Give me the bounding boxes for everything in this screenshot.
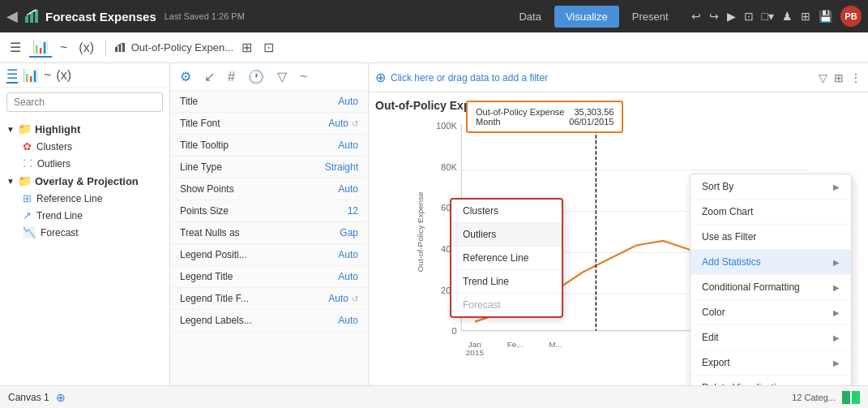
save-status: Last Saved 1:26 PM bbox=[165, 11, 245, 21]
canvas-tab[interactable]: Canvas 1 bbox=[8, 392, 49, 403]
context-color[interactable]: Color ▶ bbox=[691, 300, 851, 325]
more-icon[interactable]: ⋮ bbox=[850, 71, 862, 84]
grid-view-icon[interactable]: ⊡ bbox=[260, 38, 277, 57]
formula-icon[interactable]: (x) bbox=[75, 39, 97, 57]
mid-row-title-tooltip: Title Tooltip Auto bbox=[170, 135, 368, 157]
trend-icon[interactable]: ~ bbox=[57, 39, 71, 57]
context-add-statistics[interactable]: Add Statistics ▶ bbox=[691, 250, 851, 275]
mid-tab-settings[interactable]: ⚙ bbox=[177, 67, 195, 86]
filter-bar-text[interactable]: Click here or drag data to add a filter bbox=[391, 72, 548, 84]
data-icon[interactable]: ☰ bbox=[6, 67, 18, 84]
export-label: Export bbox=[702, 357, 730, 368]
highlight-folder-icon: 📁 bbox=[18, 122, 32, 135]
refresh-icon2[interactable]: ↺ bbox=[352, 294, 358, 303]
mid-row-line-type: Line Type Straight bbox=[170, 157, 368, 178]
chart-tooltip: Out-of-Policy Expense 35,303.56 Month 06… bbox=[466, 101, 623, 133]
run-button[interactable]: ▶ bbox=[727, 10, 736, 23]
tilde-icon[interactable]: ~ bbox=[44, 68, 51, 83]
app-icon bbox=[23, 7, 41, 25]
context-delete-viz[interactable]: Delete Visualization bbox=[691, 376, 851, 385]
tab-data[interactable]: Data bbox=[507, 6, 552, 28]
outliers-icon: ⁚ ⁚ bbox=[23, 157, 32, 170]
undo-button[interactable]: ↩ bbox=[691, 10, 701, 23]
tree-item-forecast[interactable]: 📉 Forecast bbox=[0, 224, 169, 241]
tooltip-row1: Out-of-Policy Expense 35,303.56 bbox=[476, 107, 614, 117]
mid-value-title[interactable]: Auto bbox=[338, 96, 358, 107]
export-arrow: ▶ bbox=[833, 359, 840, 367]
mid-tab-layout[interactable]: ↙ bbox=[201, 67, 218, 86]
tree-item-clusters[interactable]: ✿ Clusters bbox=[0, 138, 169, 155]
mid-value-title-font[interactable]: Auto bbox=[328, 118, 348, 129]
mid-value-legend-title[interactable]: Auto bbox=[338, 271, 358, 282]
forecast-icon: 📉 bbox=[23, 226, 36, 238]
mid-tab-number[interactable]: # bbox=[224, 68, 238, 86]
highlight-section: ▼ 📁 Highlight ✿ Clusters ⁚ ⁚ Outliers bbox=[0, 120, 169, 172]
mid-tab-filter[interactable]: ▽ bbox=[274, 67, 290, 86]
context-edit[interactable]: Edit ▶ bbox=[691, 325, 851, 350]
svg-text:Out-of-Policy Expense: Out-of-Policy Expense bbox=[416, 191, 425, 272]
tooltip-row2: Month 06/01/2015 bbox=[476, 117, 614, 127]
mid-value-title-tooltip[interactable]: Auto bbox=[338, 140, 358, 151]
settings-icon[interactable]: ⊞ bbox=[834, 71, 844, 84]
outliers-label: Outliers bbox=[37, 158, 71, 170]
paren-icon[interactable]: (x) bbox=[56, 68, 71, 83]
refresh-icon[interactable]: ↺ bbox=[352, 119, 358, 128]
context-conditional-formatting[interactable]: Conditional Formatting ▶ bbox=[691, 275, 851, 300]
mid-value-legend-pos[interactable]: Auto bbox=[338, 249, 358, 260]
tree-item-trend-line[interactable]: ↗ Trend Line bbox=[0, 207, 169, 224]
svg-rect-1 bbox=[30, 13, 33, 23]
table-view-icon[interactable]: ⊞ bbox=[238, 38, 255, 57]
redo-button[interactable]: ↪ bbox=[709, 10, 719, 23]
stats-item-clusters[interactable]: Clusters bbox=[451, 200, 562, 223]
stats-item-reference-line[interactable]: Reference Line bbox=[451, 247, 562, 270]
left-panel: ☰ 📊 ~ (x) ▼ 📁 Highlight ✿ Clusters ⁚ ⁚ bbox=[0, 63, 170, 385]
mid-tab-time[interactable]: 🕐 bbox=[245, 67, 267, 86]
mid-label-title-tooltip: Title Tooltip bbox=[180, 140, 229, 151]
back-button[interactable]: ◀ bbox=[6, 7, 18, 25]
table-button[interactable]: □▾ bbox=[762, 10, 774, 23]
context-sort-by[interactable]: Sort By ▶ bbox=[691, 174, 851, 200]
overlay-folder-icon: 📁 bbox=[18, 174, 32, 187]
stats-item-outliers[interactable]: Outliers bbox=[451, 223, 562, 247]
add-filter-icon[interactable]: ⊕ bbox=[375, 70, 386, 85]
chart-icon[interactable]: 📊 bbox=[23, 67, 39, 83]
filter-icon[interactable]: ▽ bbox=[819, 71, 827, 84]
mid-value-legend-labels[interactable]: Auto bbox=[338, 315, 358, 326]
trend-line-label: Trend Line bbox=[36, 210, 83, 221]
save-button[interactable]: 💾 bbox=[819, 10, 832, 23]
add-statistics-arrow: ▶ bbox=[833, 258, 840, 267]
user-avatar[interactable]: PB bbox=[840, 6, 862, 27]
tree-item-reference-line[interactable]: ⊞ Reference Line bbox=[0, 190, 169, 207]
svg-text:100K: 100K bbox=[436, 121, 457, 131]
bar-chart-icon[interactable]: 📊 bbox=[29, 37, 52, 58]
mid-value-legend-title-f[interactable]: Auto bbox=[328, 293, 348, 304]
tab-visualize[interactable]: Visualize bbox=[554, 6, 619, 28]
pin-button[interactable]: ♟ bbox=[782, 10, 793, 23]
share-button[interactable]: ⊞ bbox=[801, 10, 810, 23]
mid-tab-trend[interactable]: ~ bbox=[297, 68, 310, 86]
grid-button[interactable]: ⊡ bbox=[744, 10, 754, 23]
tab-present[interactable]: Present bbox=[621, 6, 680, 28]
search-input[interactable] bbox=[6, 92, 163, 112]
stats-item-trend-line[interactable]: Trend Line bbox=[451, 270, 562, 294]
conditional-formatting-label: Conditional Formatting bbox=[702, 281, 800, 293]
mid-row-treat-nulls: Treat Nulls as Gap bbox=[170, 222, 368, 244]
edit-label: Edit bbox=[702, 332, 719, 343]
overlay-header[interactable]: ▼ 📁 Overlay & Projection bbox=[0, 172, 169, 190]
mid-value-points-size[interactable]: 12 bbox=[348, 205, 358, 217]
add-canvas-button[interactable]: ⊕ bbox=[56, 391, 66, 404]
tree-item-outliers[interactable]: ⁚ ⁚ Outliers bbox=[0, 155, 169, 172]
mid-value-show-points[interactable]: Auto bbox=[338, 183, 358, 195]
mid-value-line-type[interactable]: Straight bbox=[325, 161, 358, 173]
data-source-icon[interactable]: ☰ bbox=[6, 38, 24, 57]
context-export[interactable]: Export ▶ bbox=[691, 350, 851, 376]
mid-value-treat-nulls[interactable]: Gap bbox=[340, 227, 358, 238]
chart-tab[interactable]: Out-of-Policy Expen... bbox=[114, 41, 233, 54]
stats-item-forecast[interactable]: Forecast bbox=[451, 294, 562, 316]
highlight-header[interactable]: ▼ 📁 Highlight bbox=[0, 120, 169, 138]
svg-text:0: 0 bbox=[452, 326, 457, 336]
context-zoom-chart[interactable]: Zoom Chart bbox=[691, 200, 851, 225]
mid-label-legend-pos: Legend Positi... bbox=[180, 249, 247, 260]
reference-line-label: Reference Line bbox=[36, 193, 102, 204]
context-use-as-filter[interactable]: Use as Filter bbox=[691, 225, 851, 250]
